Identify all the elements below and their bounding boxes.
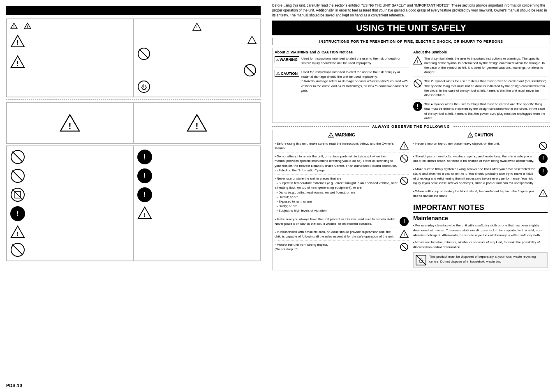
svg-line-27 [12, 189, 23, 200]
mandatory-circle-icon: ! [137, 150, 152, 164]
warning-triangle-icon: ! [276, 58, 279, 62]
svg-marker-10 [248, 36, 256, 44]
svg-line-49 [401, 156, 407, 161]
page: ! ! ! ! ! ⏻ [0, 0, 555, 392]
symbol-row-2: The ⊘ symbol alerts the user to items th… [413, 79, 548, 100]
caution-item-4-text: • When setting up or storing the tripod … [413, 189, 536, 198]
always-caution-label: CAUTION [474, 133, 493, 137]
svg-text:!: ! [143, 212, 146, 218]
left-cell-mid-right: ! [134, 102, 261, 143]
svg-line-14 [245, 66, 254, 75]
warning-item-2-text: • Do not attempt to repair the unit, or … [275, 154, 398, 173]
warning-triangle-icon: ! [539, 189, 548, 197]
caution-notice-text: Used for instructions intended to alert … [301, 70, 409, 93]
symbol-row-1: ! The △ symbol alerts the user to import… [413, 56, 548, 77]
svg-text:!: ! [16, 60, 18, 67]
warning-notice-row: ! WARNING Used for instructions intended… [275, 56, 409, 68]
caution-triangle-icon: ! [276, 71, 280, 76]
warning-triangle-icon [247, 36, 257, 44]
left-cell-lower-left: ! ! [7, 146, 134, 261]
always-warning-col: ! WARNING • Before using this unit, make… [273, 130, 411, 270]
svg-text:!: ! [195, 121, 198, 131]
warning-item-1-text: • Before using this unit, make sure to r… [275, 141, 398, 150]
svg-text:!: ! [16, 39, 18, 46]
notices-col: About ⚠ WARNING and ⚠ CAUTION Notices ! … [273, 48, 411, 122]
warning-triangle-large-icon: ! [10, 55, 25, 68]
forbidden-document-icon [10, 187, 25, 202]
warning-triangle-icon: ! [400, 141, 409, 150]
svg-text:!: ! [196, 25, 197, 30]
notices-header: About ⚠ WARNING and ⚠ CAUTION Notices [275, 50, 409, 54]
maintenance-title: Maintenance [413, 215, 548, 221]
forbidden-circle-icon [10, 168, 25, 183]
svg-line-22 [12, 152, 23, 162]
svg-line-51 [401, 178, 407, 184]
warning-notice-text: Used for instructions intended to alert … [301, 56, 409, 65]
svg-line-31 [12, 244, 23, 255]
forbidden-circle-icon [400, 154, 409, 163]
svg-text:⏻: ⏻ [141, 84, 147, 90]
svg-text:!: ! [331, 134, 331, 137]
unit-safely-title: USING THE UNIT SAFELY [272, 21, 550, 35]
warning-item-3-text: • Never use or store the unit in places … [275, 176, 398, 213]
caution-item-2: • Should you remove bolts, washers, spri… [413, 154, 548, 165]
caution-item-4: • When setting up or storing the tripod … [413, 189, 548, 200]
left-panel: ! ! ! ! ! ⏻ [0, 0, 267, 392]
intro-text: Before using this unit, carefully read t… [272, 3, 550, 18]
mandatory-icon: ⏻ [137, 80, 150, 93]
always-caution-col: ! CAUTION • Never climb on top of, nor p… [411, 130, 550, 270]
mandatory-circle-icon: ! [539, 167, 548, 176]
warning-label: WARNING [280, 58, 298, 62]
symbol-2-text: The ⊘ symbol alerts the user to items th… [424, 79, 548, 97]
warning-triangle-icon: ! [24, 23, 31, 29]
svg-text:!: ! [17, 231, 19, 237]
recycle-text: This product must be disposed of separat… [429, 254, 546, 264]
maintenance-item-2: • Never use benzine, thinners, alcohol o… [413, 240, 548, 250]
caution-item-3-text: • Make sure to firmly tighten all wing s… [413, 167, 536, 185]
warning-item-6-text: • Protect the unit from strong impact.(D… [275, 242, 398, 251]
svg-text:!: ! [470, 134, 471, 137]
svg-point-43 [417, 108, 418, 109]
caution-triangle-icon: ! [467, 132, 473, 138]
dotted-separator [6, 99, 261, 100]
svg-text:!: ! [417, 60, 419, 64]
svg-text:!: ! [278, 73, 279, 75]
symbol-3-text: The ● symbol alerts the user to things t… [424, 102, 548, 120]
important-notes-section: IMPORTANT NOTES Maintenance • For everyd… [413, 203, 548, 268]
svg-line-55 [401, 244, 407, 250]
mandatory-circle-icon: ! [10, 206, 25, 221]
caution-item-3: • Make sure to firmly tighten all wing s… [413, 167, 548, 187]
svg-text:!: ! [543, 192, 544, 196]
left-title-bar [6, 6, 261, 15]
forbidden-circle-icon [10, 242, 25, 257]
warning-item-4-text: • Make sure you always have the unit pla… [275, 217, 398, 226]
right-panel: Before using this unit, carefully read t… [267, 0, 555, 392]
svg-text:!: ! [404, 144, 405, 148]
left-cell-mid-left: ! [7, 102, 134, 143]
always-observe-title-bar: ALWAYS OBSERVE THE FOLLOWING [272, 125, 550, 129]
warning-triangle-large-icon: ! [10, 35, 25, 48]
forbidden-circle-icon [400, 242, 409, 251]
warning-triangle-large-icon: ! [187, 114, 207, 132]
warning-item-6: • Protect the unit from strong impact.(D… [275, 242, 409, 251]
caution-notice-row: ! CAUTION Used for instructions intended… [275, 70, 409, 93]
forbidden-circle-icon [243, 64, 257, 77]
forbidden-circle-icon [400, 176, 409, 185]
warning-triangle-large-icon: ! [60, 114, 80, 132]
warning-triangle-icon: ! [137, 206, 152, 219]
left-cell-top-left: ! ! ! ! [7, 19, 134, 97]
always-observe-title: ALWAYS OBSERVE THE FOLLOWING [369, 125, 453, 129]
svg-text:!: ! [278, 59, 278, 61]
caution-label: CAUTION [281, 71, 298, 76]
mandatory-circle-icon: ! [137, 168, 152, 183]
svg-text:!: ! [404, 233, 405, 237]
warning-triangle-icon: ! [192, 23, 201, 31]
symbol-row-3: The ● symbol alerts the user to things t… [413, 102, 548, 120]
svg-text:!: ! [69, 121, 72, 131]
warning-triangle-icon: ! [413, 56, 422, 65]
forbidden-circle-icon [10, 150, 25, 164]
always-observe-grid: ! WARNING • Before using this unit, make… [272, 130, 550, 271]
pds-label: PDS-10 [6, 383, 22, 388]
svg-line-12 [139, 49, 148, 58]
svg-line-59 [540, 143, 546, 149]
